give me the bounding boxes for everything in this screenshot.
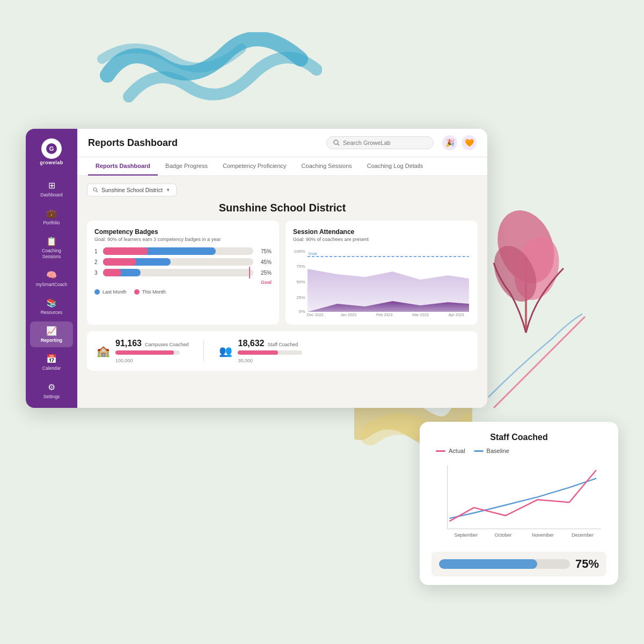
settings-icon: ⚙: [48, 382, 55, 392]
portfolio-icon: 💼: [46, 208, 57, 218]
party-icon[interactable]: 🎉: [442, 135, 457, 150]
svg-text:50%: 50%: [296, 280, 305, 284]
staff-number: 18,632: [238, 339, 264, 348]
legend-line-baseline: [474, 450, 484, 452]
stat-staff: 👥 18,632 Staff Coached 30,000: [219, 339, 302, 363]
svg-text:Goal: Goal: [309, 252, 317, 256]
badge-bar-row-2: 2 45%: [94, 258, 272, 266]
campus-bar-track: [115, 350, 180, 355]
legend-dot-blue: [94, 289, 100, 295]
svg-point-5: [334, 140, 338, 144]
svg-text:November: November: [532, 532, 554, 538]
tab-badge-progress[interactable]: Badge Progress: [158, 157, 215, 175]
staff-chart-area: September October November December: [431, 459, 606, 545]
sidebar: G growelab ⊞ Dashboard 💼 Portfolio 📋 Coa…: [26, 129, 77, 408]
staff-coached-title: Staff Coached: [431, 433, 606, 442]
svg-text:Jan 2023: Jan 2023: [340, 313, 356, 317]
tab-competency-proficiency[interactable]: Competency Proficiency: [215, 157, 294, 175]
staff-progress-pct: 75%: [575, 557, 599, 571]
svg-point-7: [93, 188, 97, 191]
badge-bar-track-1: [103, 247, 253, 255]
sidebar-item-mysmartcoach[interactable]: 🧠 mySmartCoach: [30, 266, 73, 291]
page-title: Reports Dashboard: [88, 137, 318, 149]
badge-bar-pink-2: [103, 258, 136, 266]
svg-text:0%: 0%: [299, 309, 305, 314]
legend-label-last-month: Last Month: [103, 289, 127, 295]
badge-bar-track-2: [103, 258, 253, 266]
badge-bar-pink-3: [103, 269, 121, 276]
session-attendance-card: Session Attendance Goal: 90% of coachees…: [286, 221, 478, 325]
chevron-down-icon: ▼: [166, 187, 171, 193]
legend-this-month: This Month: [134, 289, 166, 295]
sidebar-label-smartcoach: mySmartCoach: [36, 282, 68, 287]
dashboard-body: Sunshine School District ▼ Sunshine Scho…: [77, 176, 487, 408]
session-attendance-subtitle: Goal: 90% of coachees are present: [293, 237, 470, 242]
cards-row: Competency Badges Goal: 90% of learners …: [87, 221, 478, 325]
sidebar-label-reporting: Reporting: [41, 338, 62, 343]
svg-line-6: [338, 144, 339, 145]
district-dropdown[interactable]: Sunshine School District ▼: [87, 184, 177, 196]
badge-bar-label-1: 1: [94, 248, 100, 254]
staff-bar-track: [238, 350, 302, 355]
competency-badges-title: Competency Badges: [94, 228, 272, 236]
svg-text:Dec 2022: Dec 2022: [307, 313, 324, 317]
logo-circle: G: [41, 138, 62, 159]
goal-label: Goal: [94, 280, 272, 285]
district-selector: Sunshine School District ▼: [87, 184, 478, 196]
badge-bar-label-3: 3: [94, 270, 100, 276]
tab-reports-dashboard[interactable]: Reports Dashboard: [88, 157, 158, 175]
svg-text:October: October: [495, 532, 512, 538]
legend-label-baseline: Baseline: [487, 448, 509, 454]
sidebar-item-portfolio[interactable]: 💼 Portfolio: [30, 204, 73, 230]
sidebar-item-resources[interactable]: 📚 Resources: [30, 294, 73, 319]
user-icon[interactable]: 🧡: [462, 135, 477, 150]
app-header: Reports Dashboard 🎉 🧡: [77, 129, 487, 157]
session-attendance-title: Session Attendance: [293, 228, 470, 236]
badge-bar-pink-1: [103, 247, 148, 255]
stat-campus-info: 91,163 Campuses Coached 100,000: [115, 339, 188, 363]
staff-bar-fill: [238, 350, 277, 355]
svg-text:December: December: [572, 532, 594, 538]
district-title: Sunshine School District: [87, 202, 478, 214]
sidebar-item-settings[interactable]: ⚙ Settings: [30, 378, 73, 404]
svg-text:Mar 2023: Mar 2023: [412, 313, 429, 317]
stat-campuses: 🏫 91,163 Campuses Coached 100,000: [97, 339, 188, 363]
tab-coaching-sessions[interactable]: Coaching Sessions: [294, 157, 360, 175]
sidebar-item-reporting[interactable]: 📈 Reporting: [30, 321, 73, 347]
campus-number: 91,163: [115, 339, 142, 348]
smartcoach-icon: 🧠: [46, 270, 57, 280]
stats-card: 🏫 91,163 Campuses Coached 100,000: [87, 331, 478, 371]
session-chart-area: 100% 75% 50% 25% 0% Goal: [293, 247, 470, 317]
legend-label-this-month: This Month: [142, 289, 166, 295]
staff-legend: Actual Baseline: [431, 448, 606, 454]
staff-coached-chart: September October November December: [431, 459, 606, 545]
svg-line-8: [97, 191, 98, 193]
legend-label-actual: Actual: [449, 448, 465, 454]
badge-bar-row-1: 1 75%: [94, 247, 272, 255]
staff-coached-card: Staff Coached Actual Baseline September …: [420, 422, 618, 585]
sidebar-item-dashboard[interactable]: ⊞ Dashboard: [30, 176, 73, 202]
sidebar-item-coaching[interactable]: 📋 Coaching Sessions: [30, 232, 73, 263]
sidebar-label-calendar: Calendar: [42, 365, 61, 371]
staff-progress-bar: 75%: [431, 552, 606, 576]
staff-label: Staff Coached: [267, 342, 298, 347]
legend-line-actual: [436, 450, 445, 452]
badge-bar-row-3: 3 25%: [94, 269, 272, 276]
coaching-icon: 📋: [46, 236, 57, 246]
legend-last-month: Last Month: [94, 289, 127, 295]
sidebar-label-settings: Settings: [43, 394, 60, 399]
campus-icon: 🏫: [97, 345, 110, 357]
sidebar-item-calendar[interactable]: 📅 Calendar: [30, 349, 73, 375]
badge-bar-label-2: 2: [94, 259, 100, 265]
sidebar-label-coaching: Coaching Sessions: [42, 248, 61, 259]
badge-bar-pct-1: 75%: [257, 248, 272, 254]
tab-coaching-log[interactable]: Coaching Log Details: [360, 157, 431, 175]
search-bar[interactable]: [326, 136, 434, 149]
dashboard-icon: ⊞: [48, 180, 55, 191]
sidebar-label-dashboard: Dashboard: [40, 192, 63, 197]
campus-goal: 100,000: [115, 358, 188, 363]
search-input[interactable]: [343, 140, 418, 146]
deco-blue-brush: [97, 32, 322, 118]
app-window: G growelab ⊞ Dashboard 💼 Portfolio 📋 Coa…: [26, 129, 487, 408]
badge-bar-pct-2: 45%: [257, 259, 272, 265]
